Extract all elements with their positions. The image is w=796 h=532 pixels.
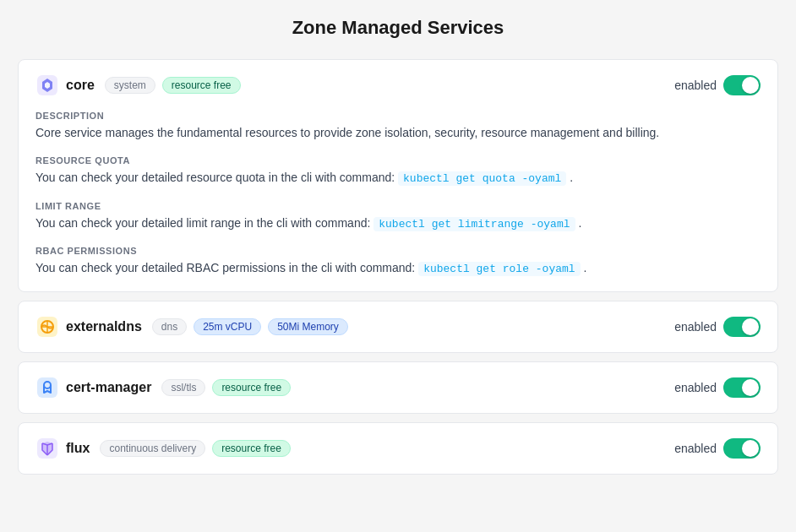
- core-toggle-wrapper: enabled: [674, 75, 761, 95]
- core-resource-quota-text: You can check your detailed resource quo…: [35, 169, 761, 187]
- service-header-left-flux: flux continuous delivery resource free: [35, 437, 291, 460]
- cert-manager-tag-ssltls: ssl/tls: [161, 379, 205, 396]
- flux-toggle-label: enabled: [674, 442, 717, 455]
- service-header-left-cert-manager: cert-manager ssl/tls resource free: [35, 376, 291, 399]
- cert-manager-toggle-label: enabled: [674, 381, 717, 394]
- service-header-core: core system resource free enabled: [35, 73, 761, 97]
- core-tag-resource-free: resource free: [162, 77, 241, 94]
- core-limit-range-command: kubectl get limitrange -oyaml: [373, 217, 575, 231]
- core-rbac-label: RBAC PERMISSIONS: [35, 246, 761, 256]
- cert-manager-toggle-wrapper: enabled: [674, 377, 761, 398]
- services-container: core system resource free enabled DESCRI…: [18, 59, 778, 475]
- core-icon: [35, 73, 59, 97]
- flux-toggle[interactable]: [723, 438, 761, 459]
- core-toggle-label: enabled: [674, 79, 717, 92]
- cert-manager-name: cert-manager: [66, 380, 151, 395]
- page-title: Zone Managed Services: [292, 17, 504, 39]
- core-resource-quota-command: kubectl get quota -oyaml: [398, 171, 566, 186]
- service-card-externaldns: externaldns dns 25m vCPU 50Mi Memory ena…: [18, 301, 778, 353]
- core-resource-quota-label: RESOURCE QUOTA: [35, 155, 761, 166]
- externaldns-toggle-wrapper: enabled: [674, 317, 761, 337]
- flux-name: flux: [66, 441, 90, 456]
- service-card-flux: flux continuous delivery resource free e…: [18, 422, 778, 475]
- service-card-cert-manager: cert-manager ssl/tls resource free enabl…: [18, 361, 778, 414]
- core-description-label: DESCRIPTION: [35, 111, 761, 121]
- core-limit-range-section: LIMIT RANGE You can check your detailed …: [35, 201, 761, 233]
- core-rbac-section: RBAC PERMISSIONS You can check your deta…: [35, 246, 761, 278]
- flux-tag-cd: continuous delivery: [100, 440, 205, 457]
- core-name: core: [66, 78, 95, 93]
- core-tag-system: system: [105, 77, 155, 94]
- externaldns-toggle-label: enabled: [674, 320, 717, 334]
- externaldns-tag-vcpu: 25m vCPU: [194, 318, 261, 335]
- flux-icon: [35, 437, 59, 460]
- externaldns-toggle[interactable]: [723, 317, 761, 337]
- service-card-core: core system resource free enabled DESCRI…: [18, 59, 778, 292]
- core-description-section: DESCRIPTION Core service manages the fun…: [35, 111, 761, 142]
- cert-manager-toggle[interactable]: [723, 377, 761, 398]
- externaldns-icon: [35, 315, 59, 339]
- flux-toggle-wrapper: enabled: [674, 438, 761, 459]
- core-rbac-command: kubectl get role -oyaml: [418, 262, 580, 276]
- core-toggle[interactable]: [723, 75, 761, 95]
- cert-manager-tag-resource-free: resource free: [212, 379, 291, 396]
- service-header-externaldns: externaldns dns 25m vCPU 50Mi Memory ena…: [35, 315, 761, 339]
- core-limit-range-text: You can check your detailed limit range …: [35, 214, 761, 233]
- core-body: DESCRIPTION Core service manages the fun…: [35, 111, 761, 278]
- service-header-left-externaldns: externaldns dns 25m vCPU 50Mi Memory: [35, 315, 348, 339]
- externaldns-tag-memory: 50Mi Memory: [268, 318, 348, 335]
- externaldns-name: externaldns: [66, 319, 142, 334]
- service-header-cert-manager: cert-manager ssl/tls resource free enabl…: [35, 376, 761, 399]
- cert-manager-icon: [35, 376, 59, 399]
- core-limit-range-label: LIMIT RANGE: [35, 201, 761, 211]
- externaldns-tag-dns: dns: [152, 318, 187, 335]
- core-resource-quota-section: RESOURCE QUOTA You can check your detail…: [35, 155, 761, 187]
- service-header-left-core: core system resource free: [35, 73, 241, 97]
- service-header-flux: flux continuous delivery resource free e…: [35, 437, 761, 460]
- core-rbac-text: You can check your detailed RBAC permiss…: [35, 259, 761, 278]
- core-description-text: Core service manages the fundamental res…: [35, 124, 761, 142]
- flux-tag-resource-free: resource free: [212, 440, 291, 457]
